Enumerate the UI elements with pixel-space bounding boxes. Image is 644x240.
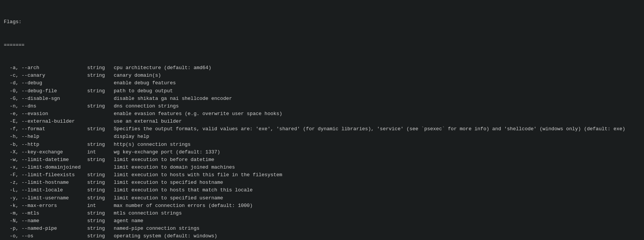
flag-type bbox=[87, 95, 114, 103]
flag-name: -f, --format bbox=[4, 125, 87, 133]
flags-header: Flags: bbox=[4, 18, 640, 26]
table-row: -e, --evasionenable evasion features (e.… bbox=[4, 110, 640, 118]
flag-desc: use an external builder bbox=[114, 118, 182, 125]
flag-desc: limit execution to domain joined machine… bbox=[114, 164, 235, 171]
flag-desc: disable shikata ga nai shellcode encoder bbox=[114, 95, 232, 103]
table-row: -p, --named-pipestringnamed-pipe connect… bbox=[4, 225, 640, 232]
table-row: -h, --helpdisplay help bbox=[4, 133, 640, 141]
table-row: -m, --mtlsstringmtls connection strings bbox=[4, 210, 640, 217]
flag-name: -y, --limit-username bbox=[4, 194, 87, 202]
flag-desc: limit execution to hosts with this file … bbox=[114, 171, 282, 179]
table-row: -b, --httpstringhttp(s) connection strin… bbox=[4, 141, 640, 148]
flags-table: -a, --archstringcpu architecture (defaul… bbox=[4, 64, 640, 240]
flag-type: string bbox=[87, 186, 114, 194]
table-row: -L, --limit-localestringlimit execution … bbox=[4, 186, 640, 194]
flag-desc: max number of connection errors (default… bbox=[114, 202, 253, 210]
flag-name: -d, --debug bbox=[4, 79, 87, 87]
table-row: -o, --osstringoperating system (default:… bbox=[4, 232, 640, 240]
flag-type bbox=[87, 118, 114, 125]
flag-desc: Specifies the output formats, valid valu… bbox=[114, 125, 625, 133]
table-row: -x, --limit-domainjoinedlimit execution … bbox=[4, 164, 640, 171]
flag-type: string bbox=[87, 156, 114, 164]
flag-desc: limit execution to hosts that match this… bbox=[114, 186, 253, 194]
flag-type: string bbox=[87, 179, 114, 186]
flag-name: -c, --canary bbox=[4, 72, 87, 79]
flag-type: string bbox=[87, 217, 114, 225]
flag-type: string bbox=[87, 232, 114, 240]
flag-name: -k, --max-errors bbox=[4, 202, 87, 210]
table-row: -F, --limit-fileexistsstringlimit execut… bbox=[4, 171, 640, 179]
flag-desc: limit execution to before datetime bbox=[114, 156, 214, 164]
flag-desc: dns connection strings bbox=[114, 103, 179, 110]
flag-name: -z, --limit-hostname bbox=[4, 179, 87, 186]
table-row: -d, --debugenable debug features bbox=[4, 79, 640, 87]
flag-desc: http(s) connection strings bbox=[114, 141, 191, 148]
flag-type: string bbox=[87, 103, 114, 110]
flag-type: int bbox=[87, 148, 114, 156]
flag-type bbox=[87, 164, 114, 171]
flag-type: string bbox=[87, 210, 114, 217]
flag-name: -h, --help bbox=[4, 133, 87, 141]
flag-type: string bbox=[87, 141, 114, 148]
flag-desc: enable evasion features (e.g. overwrite … bbox=[114, 110, 282, 118]
flag-desc: named-pipe connection strings bbox=[114, 225, 199, 232]
flag-type: string bbox=[87, 87, 114, 95]
flag-type: string bbox=[87, 64, 114, 72]
table-row: -f, --formatstringSpecifies the output f… bbox=[4, 125, 640, 133]
flag-desc: mtls connection strings bbox=[114, 210, 182, 217]
flag-name: -a, --arch bbox=[4, 64, 87, 72]
flag-name: -w, --limit-datetime bbox=[4, 156, 87, 164]
flag-type: string bbox=[87, 125, 114, 133]
flag-desc: canary domain(s) bbox=[114, 72, 161, 79]
flag-desc: enable debug features bbox=[114, 79, 176, 87]
table-row: -k, --max-errorsintmax number of connect… bbox=[4, 202, 640, 210]
table-row: -E, --external-builderuse an external bu… bbox=[4, 118, 640, 125]
flag-type: string bbox=[87, 225, 114, 232]
flag-desc: limit execution to specified username bbox=[114, 194, 223, 202]
table-row: -c, --canarystringcanary domain(s) bbox=[4, 72, 640, 79]
flag-name: -b, --http bbox=[4, 141, 87, 148]
flags-separator: ======= bbox=[4, 41, 640, 49]
flag-desc: agent name bbox=[114, 217, 143, 225]
flag-name: -o, --os bbox=[4, 232, 87, 240]
flag-name: -x, --limit-domainjoined bbox=[4, 164, 87, 171]
table-row: -N, --namestringagent name bbox=[4, 217, 640, 225]
flag-type: string bbox=[87, 72, 114, 79]
flag-type: string bbox=[87, 171, 114, 179]
flag-name: -p, --named-pipe bbox=[4, 225, 87, 232]
flag-desc: limit execution to specified hostname bbox=[114, 179, 223, 186]
flag-name: -n, --dns bbox=[4, 103, 87, 110]
table-row: -0, --debug-filestringpath to debug outp… bbox=[4, 87, 640, 95]
table-row: -z, --limit-hostnamestringlimit executio… bbox=[4, 179, 640, 186]
flag-type bbox=[87, 79, 114, 87]
flag-name: -X, --key-exchange bbox=[4, 148, 87, 156]
flag-name: -E, --external-builder bbox=[4, 118, 87, 125]
flag-desc: operating system (default: windows) bbox=[114, 232, 217, 240]
flag-type bbox=[87, 133, 114, 141]
flag-desc: display help bbox=[114, 133, 149, 141]
flag-name: -L, --limit-locale bbox=[4, 186, 87, 194]
flag-name: -G, --disable-sgn bbox=[4, 95, 87, 103]
flag-type: int bbox=[87, 202, 114, 210]
table-row: -G, --disable-sgndisable shikata ga nai … bbox=[4, 95, 640, 103]
flag-type: string bbox=[87, 194, 114, 202]
table-row: -X, --key-exchangeintwg key-exchange por… bbox=[4, 148, 640, 156]
table-row: -a, --archstringcpu architecture (defaul… bbox=[4, 64, 640, 72]
flag-name: -N, --name bbox=[4, 217, 87, 225]
flag-type bbox=[87, 110, 114, 118]
flag-desc: wg key-exchange port (default: 1337) bbox=[114, 148, 220, 156]
table-row: -w, --limit-datetimestringlimit executio… bbox=[4, 156, 640, 164]
flag-name: -m, --mtls bbox=[4, 210, 87, 217]
flag-name: -F, --limit-fileexists bbox=[4, 171, 87, 179]
flag-desc: path to debug output bbox=[114, 87, 173, 95]
table-row: -y, --limit-usernamestringlimit executio… bbox=[4, 194, 640, 202]
terminal-output: Flags: ======= -a, --archstringcpu archi… bbox=[4, 3, 640, 240]
flag-desc: cpu architecture (default: amd64) bbox=[114, 64, 211, 72]
table-row: -n, --dnsstringdns connection strings bbox=[4, 103, 640, 110]
flag-name: -e, --evasion bbox=[4, 110, 87, 118]
flag-name: -0, --debug-file bbox=[4, 87, 87, 95]
